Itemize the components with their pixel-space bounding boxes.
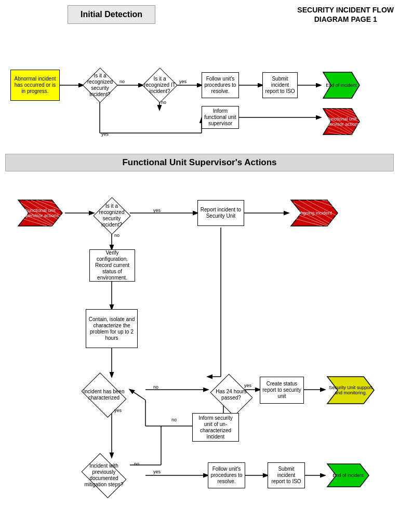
s2-rect-contain: Contain, isolate and characterize the pr… bbox=[86, 309, 138, 348]
s1-rect1: Follow unit's procedures to resolve. bbox=[202, 72, 239, 98]
page: Initial Detection SECURITY INCIDENT FLOW… bbox=[0, 0, 399, 532]
s2-diamond-char: Incident has been characterized bbox=[78, 377, 130, 413]
section1-heading: Initial Detection bbox=[68, 5, 155, 24]
s1-end2: Functional unit Supervisor actions. bbox=[321, 106, 362, 137]
s1-rect2: Submit incident report to ISO bbox=[262, 72, 298, 98]
s2-start: Functional unit Supervisor actions. bbox=[16, 197, 65, 229]
svg-line-31 bbox=[130, 390, 145, 400]
s1-label-yes1: yes bbox=[179, 79, 187, 84]
s2-label-no2: no bbox=[153, 384, 158, 390]
s1-start: Abnormal incident has occurred or is in … bbox=[10, 70, 60, 101]
s2-rect-verify: Verify configuration. Record current sta… bbox=[89, 249, 135, 282]
s2-rect-inform: Inform security unit of un-characterized… bbox=[192, 413, 239, 442]
s2-diamond1: Is it a recognized security incident? bbox=[94, 197, 130, 234]
s1-label-no2: no bbox=[161, 100, 166, 105]
header-row: Initial Detection SECURITY INCIDENT FLOW… bbox=[5, 5, 394, 24]
s1-end1: End of incident bbox=[321, 70, 362, 101]
s2-label-yes4: yes bbox=[153, 469, 161, 474]
s2-label-no4: no bbox=[171, 417, 177, 422]
section2-heading: Functional Unit Supervisor's Actions bbox=[5, 154, 394, 171]
s2-diamond-mit: Incident with previously documented miti… bbox=[78, 457, 130, 494]
s1-rect3: Inform functional unit supervisor bbox=[202, 106, 239, 129]
page-title: SECURITY INCIDENT FLOW DIAGRAM PAGE 1 bbox=[297, 5, 394, 24]
s2-rect-status: Create status report to security unit bbox=[260, 377, 304, 404]
s1-diamond2: Is it a recognized IT incident? bbox=[143, 68, 177, 102]
s2-end-final: End of incident bbox=[325, 461, 371, 489]
s1-label-yes2: yes bbox=[101, 131, 109, 137]
s2-label-no1: no bbox=[114, 233, 119, 238]
section2-diagram: Functional unit Supervisor actions. Is i… bbox=[5, 177, 394, 530]
section1-diagram: Abnormal incident has occurred or is in … bbox=[5, 29, 394, 149]
s1-diamond1: Is it a recognized security incident? bbox=[83, 68, 117, 102]
s2-rect-submit: Submit incident report to ISO bbox=[268, 462, 305, 488]
s2-rect-report: Report incident to Security Unit bbox=[197, 200, 244, 226]
s2-label-yes3: yes bbox=[114, 408, 122, 413]
s2-end-security: Security Unit support and monitoring. bbox=[325, 374, 377, 406]
s2-end-ongoing: Ongoing incident bbox=[288, 197, 340, 229]
s2-label-yes1: yes bbox=[153, 208, 161, 213]
s2-rect-follow: Follow unit's procedures to resolve. bbox=[208, 462, 245, 488]
s1-label-no1: no bbox=[119, 79, 125, 84]
s2-diamond-24h: Has 24 hours passed? bbox=[208, 377, 255, 413]
s2-label-no3: no bbox=[134, 461, 139, 467]
